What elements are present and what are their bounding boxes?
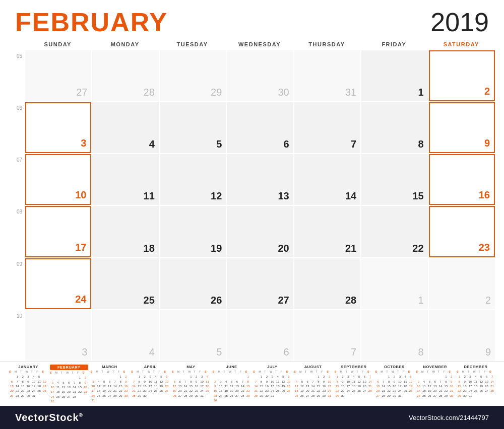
- mini-cal-cell: 28: [253, 393, 259, 398]
- day-cell[interactable]: 10: [25, 154, 91, 205]
- day-cell[interactable]: 21: [294, 206, 360, 257]
- day-cell[interactable]: 22: [361, 206, 427, 257]
- mini-cal-cell: [218, 375, 223, 379]
- mini-cal-cell: [118, 398, 123, 403]
- mini-cal-cell: S: [408, 370, 414, 375]
- day-cell[interactable]: 28: [92, 50, 158, 101]
- mini-cal-cell: [90, 375, 96, 379]
- mini-cal-cell: 15: [386, 384, 392, 388]
- mini-cal-cell: 16: [26, 384, 31, 388]
- day-cell[interactable]: 24: [25, 258, 91, 309]
- mini-cal-cell: 30: [26, 393, 31, 398]
- day-cell[interactable]: 14: [294, 154, 360, 205]
- day-cell[interactable]: 12: [160, 154, 226, 205]
- day-cell[interactable]: 27: [227, 258, 293, 309]
- mini-cal-cell: T: [305, 370, 310, 375]
- mini-cal-cell: 4: [153, 375, 159, 379]
- mini-cal-cell: F: [281, 370, 286, 375]
- mini-cal-cell: 5: [60, 380, 66, 385]
- mini-cal-cell: 10: [199, 379, 205, 384]
- mini-cal-cell: 19: [299, 389, 305, 393]
- day-cell[interactable]: 17: [25, 206, 91, 257]
- mini-calendar: JULYSMTWTFS12345678910111213141516171819…: [253, 365, 291, 404]
- mini-cal-cell: 22: [245, 389, 251, 393]
- mini-cal-cell: 19: [172, 389, 177, 393]
- day-cell[interactable]: 4: [92, 310, 158, 361]
- day-cell[interactable]: 23: [429, 206, 495, 257]
- mini-cal-cell: S: [50, 371, 55, 376]
- mini-cal-cell: 4: [55, 380, 61, 385]
- mini-cal-cell: 15: [259, 384, 264, 388]
- day-number: 31: [345, 87, 356, 98]
- day-cell[interactable]: 28: [294, 258, 360, 309]
- day-cell[interactable]: 2: [429, 50, 495, 101]
- day-cell[interactable]: 29: [160, 50, 226, 101]
- mini-cal-cell: T: [183, 370, 188, 375]
- mini-cal-cell: 22: [316, 389, 321, 393]
- mini-cal-cell: 11: [351, 379, 356, 384]
- day-cell[interactable]: 7: [294, 102, 360, 153]
- day-cell[interactable]: 11: [92, 154, 158, 205]
- day-number: 4: [149, 346, 155, 358]
- day-cell[interactable]: 4: [92, 102, 158, 153]
- mini-cal-cell: 16: [321, 384, 327, 388]
- day-cell[interactable]: 15: [361, 154, 427, 205]
- day-cell[interactable]: 6: [227, 102, 293, 153]
- mini-cal-cell: 14: [438, 384, 444, 388]
- day-cell[interactable]: 2: [429, 258, 495, 309]
- day-cell[interactable]: 3: [25, 310, 91, 361]
- mini-cal-cell: 1: [316, 375, 321, 379]
- day-cell[interactable]: 18: [92, 206, 158, 257]
- mini-cal-cell: 12: [281, 379, 286, 384]
- day-cell[interactable]: 13: [227, 154, 293, 205]
- day-cell[interactable]: 1: [361, 50, 427, 101]
- mini-cal-cell: [72, 399, 77, 404]
- mini-cal-cell: [229, 375, 234, 379]
- mini-cal-cell: [213, 375, 218, 379]
- mini-cal-cell: 6: [432, 379, 438, 384]
- mini-cal-cell: 15: [245, 384, 251, 388]
- mini-cal-cell: [305, 375, 310, 379]
- mini-cal-cell: 25: [153, 389, 159, 393]
- mini-cal-cell: T: [234, 370, 240, 375]
- day-cell[interactable]: 19: [160, 206, 226, 257]
- mini-cal-cell: 10: [468, 379, 473, 384]
- mini-cal-cell: 17: [468, 384, 473, 388]
- day-cell[interactable]: 25: [92, 258, 158, 309]
- day-cell[interactable]: 8: [361, 310, 427, 361]
- day-cell[interactable]: 8: [361, 102, 427, 153]
- mini-calendar: JANUARYSMTWTFS12345678910111213141516171…: [9, 365, 47, 404]
- day-cell[interactable]: 31: [294, 50, 360, 101]
- mini-cal-cell: [177, 375, 183, 379]
- mini-cal-cell: 26: [158, 389, 164, 393]
- mini-cal-cell: 28: [438, 393, 444, 398]
- day-cell[interactable]: 16: [429, 154, 495, 205]
- day-number: 6: [284, 346, 289, 358]
- mini-cal-cell: 11: [294, 384, 299, 388]
- mini-cal-cell: 9: [340, 379, 346, 384]
- mini-cal-cell: [77, 399, 83, 404]
- mini-cal-cell: T: [101, 370, 107, 375]
- day-cell[interactable]: 26: [160, 258, 226, 309]
- day-cell[interactable]: 3: [25, 102, 91, 153]
- day-cell[interactable]: 6: [227, 310, 293, 361]
- mini-cal-cell: [275, 393, 281, 398]
- day-number: 15: [412, 190, 423, 202]
- day-cell[interactable]: 7: [294, 310, 360, 361]
- day-cell[interactable]: 30: [227, 50, 293, 101]
- mini-cal-cell: 29: [20, 393, 26, 398]
- day-number: 1: [418, 87, 423, 98]
- mini-cal-cell: 2: [142, 375, 148, 379]
- day-cell[interactable]: 1: [361, 258, 427, 309]
- day-cell[interactable]: 5: [160, 310, 226, 361]
- day-cell[interactable]: 20: [227, 206, 293, 257]
- mini-cal-cell: 13: [362, 379, 367, 384]
- day-cell[interactable]: 27: [25, 50, 91, 101]
- mini-cal-cell: 8: [386, 379, 392, 384]
- mini-cal-cell: T: [72, 371, 77, 376]
- day-cell[interactable]: 9: [429, 310, 495, 361]
- day-cell[interactable]: 5: [160, 102, 226, 153]
- day-cell[interactable]: 9: [429, 102, 495, 153]
- mini-cal-cell: 1: [443, 375, 449, 379]
- day-number: 26: [211, 295, 222, 306]
